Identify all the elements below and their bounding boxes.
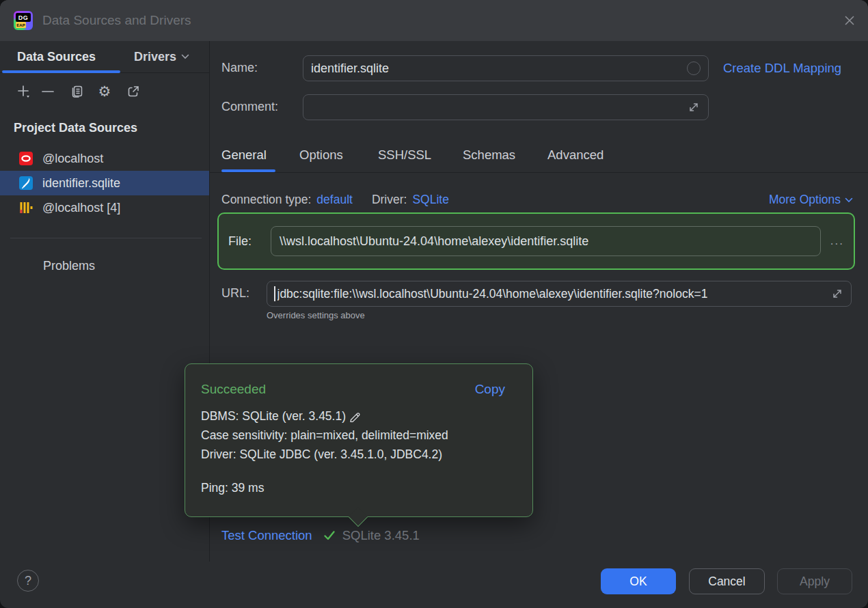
browse-button[interactable]: ... <box>830 234 844 248</box>
sidebar-toolbar: ⚙ <box>0 77 210 105</box>
sqlite-icon <box>19 176 33 190</box>
list-item-localhost-clickhouse[interactable]: @localhost [4] <box>0 195 209 220</box>
add-icon[interactable] <box>16 84 31 99</box>
ok-button[interactable]: OK <box>601 568 676 594</box>
data-sources-dialog: DG EAP Data Sources and Drivers Data Sou… <box>0 0 868 608</box>
connection-result-text: SQLite 3.45.1 <box>342 528 420 543</box>
datagrip-logo-text: DG <box>16 13 31 22</box>
driver-line: Driver: SQLite JDBC (ver. 3.45.1.0, JDBC… <box>201 445 520 464</box>
name-value: identifier.sqlite <box>311 61 389 76</box>
expand-icon[interactable] <box>687 100 701 114</box>
datagrip-app-icon: DG EAP <box>14 11 33 30</box>
driver-label: Driver: <box>372 193 407 207</box>
comment-label: Comment: <box>221 100 278 114</box>
expand-icon[interactable] <box>830 287 844 301</box>
help-button[interactable]: ? <box>17 570 39 592</box>
url-value: jdbc:sqlite:file:\\wsl.localhost\Ubuntu-… <box>277 287 708 301</box>
eap-badge: EAP <box>16 22 26 28</box>
create-ddl-mapping-link[interactable]: Create DDL Mapping <box>723 61 841 76</box>
tab-data-sources[interactable]: Data Sources <box>17 41 96 72</box>
duplicate-icon[interactable] <box>70 84 85 99</box>
form-tab-divider <box>210 172 868 173</box>
oracle-icon <box>19 152 33 165</box>
tab-ssh-ssl[interactable]: SSH/SSL <box>378 148 431 163</box>
file-path-value: \\wsl.localhost\Ubuntu-24.04\home\alexey… <box>280 234 588 249</box>
status-succeeded: Succeeded <box>201 382 266 397</box>
connection-type-row: Connection type: default Driver: SQLite <box>221 193 449 207</box>
more-options-link[interactable]: More Options <box>769 193 853 207</box>
url-label: URL: <box>221 286 249 301</box>
remove-icon[interactable] <box>40 84 55 99</box>
ping-line: Ping: 39 ms <box>201 478 520 497</box>
close-icon[interactable] <box>841 12 858 29</box>
file-path-input[interactable]: \\wsl.localhost\Ubuntu-24.04\home\alexey… <box>271 226 821 256</box>
list-item-label: @localhost <box>42 152 103 166</box>
window-title: Data Sources and Drivers <box>42 0 191 41</box>
clickhouse-icon <box>19 201 33 215</box>
name-label: Name: <box>221 61 258 75</box>
apply-button[interactable]: Apply <box>777 568 852 594</box>
dbms-line: DBMS: SQLite (ver. 3.45.1) <box>201 406 520 426</box>
case-sensitivity-line: Case sensitivity: plain=mixed, delimited… <box>201 426 520 445</box>
settings-icon[interactable]: ⚙ <box>97 84 112 99</box>
success-check-icon <box>322 528 337 543</box>
list-item-localhost-oracle[interactable]: @localhost <box>0 146 209 171</box>
titlebar: DG EAP Data Sources and Drivers <box>0 0 868 41</box>
url-hint-text: Overrides settings above <box>267 310 365 320</box>
test-connection-row: Test Connection SQLite 3.45.1 <box>221 528 420 543</box>
popup-pointer <box>349 508 368 527</box>
sidebar-item-problems[interactable]: Problems <box>43 259 95 273</box>
file-field-highlight-box: File: \\wsl.localhost\Ubuntu-24.04\home\… <box>217 212 855 270</box>
export-icon[interactable] <box>126 84 141 99</box>
cancel-button[interactable]: Cancel <box>689 568 765 594</box>
test-connection-result-popup: Succeeded Copy DBMS: SQLite (ver. 3.45.1… <box>185 363 533 517</box>
edit-pencil-icon[interactable] <box>349 410 361 422</box>
connection-type-label: Connection type: <box>221 193 311 207</box>
list-item-identifier-sqlite[interactable]: identifier.sqlite <box>0 171 209 195</box>
project-data-sources-header: Project Data Sources <box>14 121 137 135</box>
copy-link[interactable]: Copy <box>475 382 505 397</box>
sidebar-tabs: Data Sources Drivers <box>0 41 210 73</box>
tab-drivers[interactable]: Drivers <box>134 41 189 72</box>
chevron-down-icon <box>181 54 189 59</box>
list-item-label: identifier.sqlite <box>42 176 120 191</box>
list-item-label: @localhost [4] <box>42 201 120 215</box>
active-tab-underline <box>2 70 120 73</box>
tab-options[interactable]: Options <box>299 148 343 163</box>
validation-circle-icon <box>687 61 701 75</box>
url-input[interactable]: jdbc:sqlite:file:\\wsl.localhost\Ubuntu-… <box>267 281 852 307</box>
text-caret <box>274 286 275 301</box>
help-icon: ? <box>25 574 31 588</box>
sidebar-section-divider <box>10 238 202 238</box>
driver-value-link[interactable]: SQLite <box>412 193 449 207</box>
tab-advanced[interactable]: Advanced <box>547 148 603 163</box>
active-form-tab-underline <box>221 169 275 172</box>
comment-input[interactable] <box>303 94 709 120</box>
connection-type-value-link[interactable]: default <box>316 193 353 207</box>
test-connection-link[interactable]: Test Connection <box>221 528 312 543</box>
chevron-down-icon <box>845 197 853 203</box>
file-label: File: <box>228 234 261 249</box>
tab-general[interactable]: General <box>221 148 267 163</box>
tab-schemas[interactable]: Schemas <box>463 148 515 163</box>
name-input[interactable]: identifier.sqlite <box>303 55 709 81</box>
